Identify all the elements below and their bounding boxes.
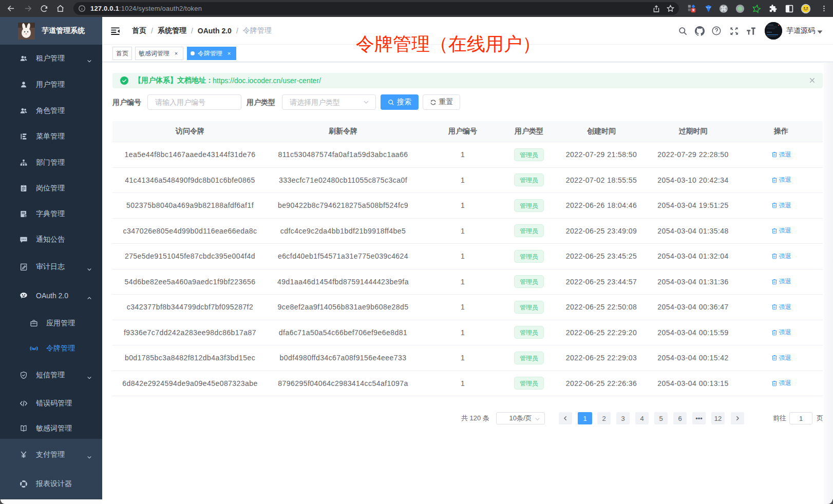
svg-text:a: a: [33, 346, 35, 351]
svg-text:9: 9: [692, 8, 694, 12]
